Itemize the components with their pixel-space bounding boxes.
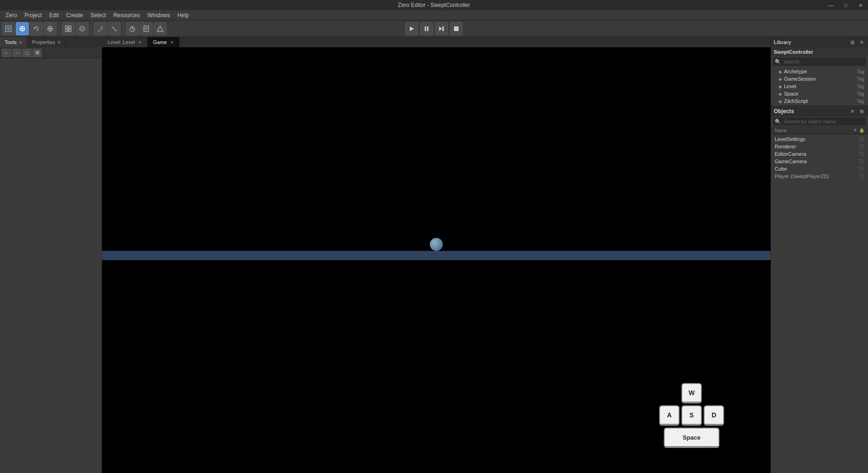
object-cube[interactable]: Cube ⬛ (771, 165, 868, 173)
nav-forward-btn[interactable]: → (12, 49, 21, 57)
level-tab-label: Level: Level (108, 39, 135, 45)
levelsettings-eye[interactable]: ⬛ (859, 136, 864, 142)
menu-bar: Zero Project Edit Create Select Resource… (0, 10, 868, 20)
library-item-archetype[interactable]: ◈ Archetype Tag (771, 68, 868, 75)
library-header-icons: ⊞ ✕ (849, 38, 865, 46)
renderer-eye[interactable]: ⬛ (859, 144, 864, 149)
stop-button[interactable] (450, 22, 463, 35)
svg-rect-27 (427, 26, 428, 31)
library-search-input[interactable] (783, 58, 864, 65)
brush-tool-btn[interactable] (108, 22, 121, 35)
object-player[interactable]: Player (SweptPlayer2D) ⬛ (771, 173, 868, 180)
svg-rect-26 (425, 26, 426, 31)
game-tab-close[interactable]: ✕ (170, 40, 174, 45)
object-renderer[interactable]: Renderer ⬛ (771, 143, 868, 150)
menu-windows[interactable]: Windows (143, 11, 174, 19)
s-key[interactable]: S (681, 405, 702, 426)
space-key[interactable]: Space (664, 428, 719, 448)
object-editorcamera[interactable]: EditorCamera ⬛ (771, 150, 868, 158)
gamesession-icon: ◈ (778, 77, 782, 82)
levelsettings-icons: ⬛ (859, 136, 864, 142)
select-tool-btn[interactable] (2, 22, 15, 35)
cube-name: Cube (775, 166, 857, 172)
zilchscript-tag: Tag (857, 99, 864, 104)
scale-tool-btn[interactable] (44, 22, 57, 35)
object-levelsettings[interactable]: LevelSettings ⬛ (771, 135, 868, 143)
zilchscript-name: ZilchScript (784, 98, 855, 104)
a-key[interactable]: A (659, 405, 680, 426)
col-lock-icon: 🔒 (859, 128, 864, 133)
menu-edit[interactable]: Edit (45, 11, 63, 19)
window-controls: — □ ✕ (823, 0, 868, 10)
cube-eye[interactable]: ⬛ (859, 166, 864, 172)
tools-tab[interactable]: Tools ✕ (0, 37, 27, 47)
menu-resources[interactable]: Resources (110, 11, 143, 19)
w-key[interactable]: W (681, 383, 702, 403)
archetype-name: Archetype (784, 69, 855, 74)
library-item-gamesession[interactable]: ◈ GameSession Tag (771, 75, 868, 83)
objects-section: Objects ✕ ⊞ 🔍 Name 👁 🔒 LevelSetting (771, 106, 868, 473)
editorcamera-eye[interactable]: ⬛ (859, 151, 864, 157)
menu-project[interactable]: Project (21, 11, 45, 19)
menu-zero[interactable]: Zero (2, 11, 21, 19)
script-tool-btn[interactable] (140, 22, 153, 35)
library-close-btn[interactable]: ✕ (858, 38, 865, 46)
menu-help[interactable]: Help (174, 11, 193, 19)
objects-close-btn[interactable]: ✕ (849, 108, 856, 115)
gizmo-tool-btn[interactable] (76, 22, 89, 35)
game-bottom-area: W A S D Space (102, 260, 771, 473)
player-name: Player (SweptPlayer2D) (775, 173, 857, 179)
archetype-tag: Tag (857, 69, 864, 74)
svg-marker-28 (439, 26, 442, 31)
library-title: Library (774, 39, 791, 45)
rotate-tool-btn[interactable] (30, 22, 43, 35)
library-section: Library ⊞ ✕ SweptController 🔍 ◈ Archetyp… (771, 37, 868, 106)
game-tab[interactable]: Game ✕ (148, 37, 180, 47)
arrange-tool-btn[interactable] (154, 22, 167, 35)
svg-marker-25 (410, 26, 414, 31)
player-eye[interactable]: ⬛ (859, 173, 864, 179)
left-panel-tabs: Tools ✕ Properties ✕ (0, 37, 102, 47)
gamecamera-eye[interactable]: ⬛ (859, 159, 864, 164)
menu-select[interactable]: Select (87, 11, 110, 19)
tools-content (0, 58, 102, 473)
level-tab[interactable]: Level: Level ✕ (102, 37, 148, 47)
snap-tool-btn[interactable] (62, 22, 75, 35)
close-button[interactable]: ✕ (853, 0, 868, 10)
pause-button[interactable] (420, 22, 433, 35)
play-button[interactable] (405, 22, 418, 35)
level-name: Level (784, 83, 855, 89)
library-item-level[interactable]: ◈ Level Tag (771, 83, 868, 90)
library-item-space[interactable]: ◈ Space Tag (771, 90, 868, 97)
nav-fit-btn[interactable]: □ (22, 49, 32, 57)
menu-create[interactable]: Create (63, 11, 87, 19)
object-gamecamera[interactable]: GameCamera ⬛ (771, 158, 868, 165)
svg-point-8 (49, 28, 51, 30)
title-bar: Zero Editor - SweptController — □ ✕ (0, 0, 868, 10)
properties-tab-close[interactable]: ✕ (57, 40, 61, 45)
svg-rect-30 (454, 26, 459, 31)
d-key[interactable]: D (704, 405, 724, 426)
minimize-button[interactable]: — (823, 0, 838, 10)
library-grid-view-btn[interactable]: ⊞ (849, 38, 856, 46)
level-tab-close[interactable]: ✕ (138, 40, 142, 45)
objects-settings-btn[interactable]: ⊞ (858, 108, 865, 115)
nav-back-btn[interactable]: ← (2, 49, 11, 57)
properties-tab[interactable]: Properties ✕ (27, 37, 66, 47)
objects-search-input[interactable] (783, 118, 864, 125)
translate-tool-btn[interactable] (16, 22, 29, 35)
nav-pin-btn[interactable]: ⊞ (32, 49, 42, 57)
draw-tool-btn[interactable] (94, 22, 107, 35)
editorcamera-icons: ⬛ (859, 151, 864, 157)
tools-tab-close[interactable]: ✕ (19, 40, 22, 45)
objects-header-icons: ✕ ⊞ (849, 108, 865, 115)
wasd-top-row: W (659, 383, 724, 403)
library-item-zilchscript[interactable]: ◈ ZilchScript Tag (771, 97, 868, 105)
step-button[interactable] (435, 22, 448, 35)
library-name-bar: SweptController (771, 47, 868, 57)
space-icon: ◈ (778, 91, 782, 96)
toolbar-sep-2 (91, 23, 91, 34)
editor-tabs: Level: Level ✕ Game ✕ (102, 37, 771, 47)
timer-tool-btn[interactable] (126, 22, 139, 35)
maximize-button[interactable]: □ (838, 0, 853, 10)
